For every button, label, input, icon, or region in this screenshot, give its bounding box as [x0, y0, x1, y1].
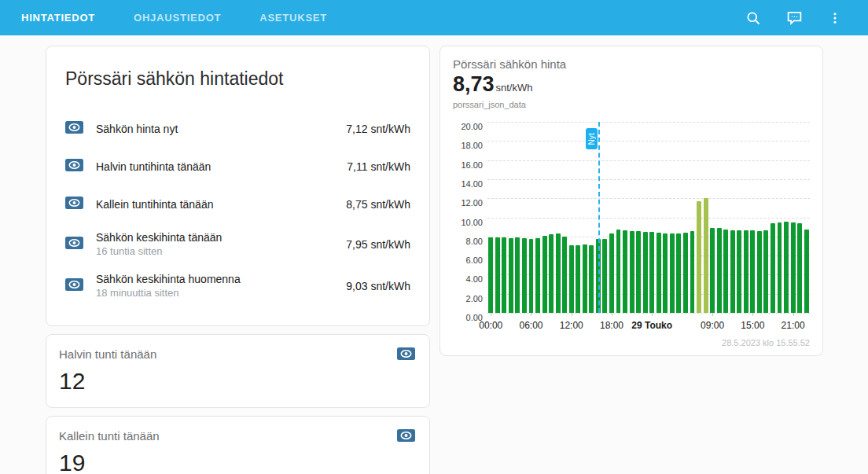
- price-bar[interactable]: [710, 228, 715, 313]
- price-bar[interactable]: [549, 234, 554, 313]
- price-bar[interactable]: [791, 222, 796, 313]
- price-bar[interactable]: [515, 237, 520, 313]
- header-actions: [744, 0, 855, 35]
- price-bar[interactable]: [623, 230, 627, 313]
- y-axis-tick-label: 16.00: [461, 160, 483, 170]
- tab-hintatiedot[interactable]: HINTATIEDOT: [21, 0, 95, 35]
- price-row[interactable]: Sähkön hinta nyt7,12 snt/kWh: [59, 110, 417, 148]
- price-row-text: Halvin tuntihinta tänään: [96, 160, 211, 173]
- price-row[interactable]: Sähkön keskihinta tänään16 tuntia sitten…: [59, 223, 417, 265]
- price-bar[interactable]: [636, 231, 641, 313]
- search-icon[interactable]: [744, 9, 763, 28]
- chart-plot[interactable]: Nyt: [487, 122, 810, 313]
- price-bar[interactable]: [657, 233, 661, 313]
- price-bar[interactable]: [757, 231, 762, 313]
- stat-card-value: 12: [59, 368, 415, 395]
- stat-card-top: Kallein tunti tänään: [59, 429, 415, 445]
- price-bar[interactable]: [744, 230, 748, 313]
- overflow-menu-icon[interactable]: [826, 9, 844, 28]
- price-bar[interactable]: [797, 223, 802, 313]
- price-bar[interactable]: [649, 232, 654, 313]
- y-axis-tick-label: 2.00: [466, 294, 483, 303]
- price-bar[interactable]: [784, 222, 789, 313]
- x-axis-tick-label: 12:00: [560, 320, 583, 331]
- price-bar[interactable]: [737, 230, 741, 313]
- price-bar[interactable]: [683, 233, 688, 313]
- price-row-label: Kallein tuntihinta tänään: [96, 198, 213, 211]
- price-bar[interactable]: [509, 238, 513, 313]
- price-bar[interactable]: [609, 233, 614, 313]
- y-axis-tick-label: 8.00: [466, 237, 483, 246]
- price-bar[interactable]: [529, 239, 534, 313]
- x-axis-tick: [793, 313, 794, 316]
- x-axis-tick: [612, 313, 612, 316]
- x-axis-tick-label: 21:00: [782, 320, 805, 331]
- x-axis-tick: [491, 313, 491, 316]
- price-row-text: Kallein tuntihinta tänään: [96, 198, 213, 211]
- price-bar[interactable]: [495, 237, 500, 313]
- stat-card-label: Halvin tunti tänään: [59, 347, 156, 361]
- price-bar[interactable]: [556, 233, 561, 313]
- price-bar[interactable]: [730, 230, 735, 313]
- price-bar[interactable]: [616, 230, 621, 313]
- gridline: [487, 122, 810, 123]
- price-bar[interactable]: [717, 228, 722, 313]
- price-card-title: Pörssäri sähkön hintatiedot: [59, 62, 417, 90]
- y-axis-tick-label: 12.00: [461, 198, 483, 208]
- price-bar[interactable]: [569, 245, 574, 313]
- price-row-label: Sähkön keskihinta huomenna: [96, 273, 241, 285]
- gridline: [487, 179, 810, 180]
- price-bar[interactable]: [704, 198, 708, 313]
- x-axis-tick-label: 00:00: [479, 320, 502, 331]
- x-axis-tick: [752, 313, 753, 316]
- chat-icon[interactable]: [785, 9, 804, 28]
- price-bar[interactable]: [676, 233, 681, 313]
- price-bar[interactable]: [771, 223, 775, 313]
- price-bar[interactable]: [576, 245, 580, 314]
- price-bar[interactable]: [697, 201, 701, 313]
- price-bar[interactable]: [502, 237, 506, 313]
- price-row-sublabel: 16 tuntia sitten: [96, 245, 222, 257]
- gridline: [487, 141, 810, 141]
- y-axis-tick-label: 18.00: [461, 141, 483, 150]
- price-bar[interactable]: [723, 230, 728, 313]
- price-bar[interactable]: [690, 231, 695, 313]
- price-bar[interactable]: [630, 231, 634, 313]
- now-marker-line: [598, 122, 600, 313]
- x-axis-tick-label: 09:00: [701, 320, 724, 331]
- x-axis-tick: [531, 313, 531, 316]
- gridline: [487, 198, 810, 199]
- tab-ohjaustiedot[interactable]: OHJAUSTIEDOT: [134, 0, 221, 35]
- price-bar[interactable]: [670, 233, 675, 313]
- x-axis-tick: [712, 313, 713, 316]
- price-bar[interactable]: [589, 245, 594, 314]
- app-header: HINTATIEDOTOHJAUSTIEDOTASETUKSET: [0, 0, 868, 35]
- price-chart-card: Pörssäri sähkön hinta 8,73 snt/kWh porss…: [440, 46, 823, 356]
- price-row[interactable]: Halvin tuntihinta tänään7,11 snt/kWh: [59, 148, 417, 186]
- price-bar[interactable]: [804, 230, 809, 313]
- price-row[interactable]: Sähkön keskihinta huomenna18 minuuttia s…: [59, 265, 417, 307]
- price-bar[interactable]: [602, 239, 607, 313]
- price-bar[interactable]: [643, 232, 648, 313]
- price-row[interactable]: Kallein tuntihinta tänään8,75 snt/kWh: [59, 186, 417, 223]
- price-bar[interactable]: [542, 236, 547, 313]
- x-axis-tick: [572, 313, 572, 316]
- y-axis-tick-label: 20.00: [461, 122, 483, 131]
- price-bar[interactable]: [583, 244, 587, 313]
- price-bar[interactable]: [778, 222, 782, 313]
- price-bar[interactable]: [663, 233, 668, 313]
- cash-icon: [65, 121, 83, 137]
- price-bar[interactable]: [750, 230, 755, 313]
- price-bar[interactable]: [535, 238, 540, 313]
- tab-asetukset[interactable]: ASETUKSET: [259, 0, 327, 35]
- price-bar[interactable]: [488, 237, 493, 313]
- y-axis-tick-label: 6.00: [466, 255, 483, 265]
- price-row-value: 9,03 snt/kWh: [346, 280, 410, 292]
- price-bar[interactable]: [522, 238, 527, 313]
- x-axis-tick-label: 29 Touko: [631, 320, 672, 331]
- header-spacer: [327, 0, 744, 35]
- price-info-card: Pörssäri sähkön hintatiedot Sähkön hinta…: [46, 46, 430, 326]
- price-bar[interactable]: [763, 230, 768, 313]
- chart-current-value: 8,73: [453, 72, 495, 97]
- price-bar[interactable]: [562, 237, 567, 313]
